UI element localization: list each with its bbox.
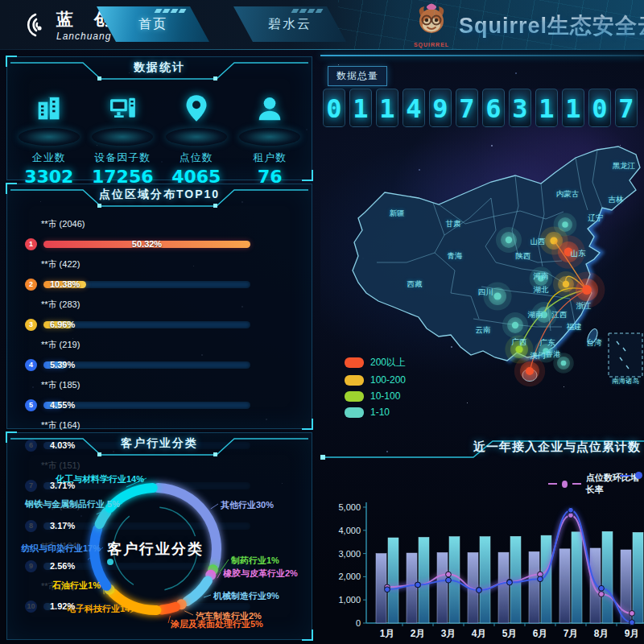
lanchuang-logo-icon [19, 10, 48, 39]
mascot-caption: SQUIRREL [409, 42, 454, 47]
heat-core [582, 285, 592, 295]
stat-label: 租户数 [235, 151, 304, 165]
bar-percent: 4.55% [50, 400, 75, 410]
app-title: Squirrel生态安全云平台 [459, 11, 644, 40]
x-tick-label: 3月 [441, 628, 456, 639]
bar-percent: 50.32% [132, 239, 162, 249]
top10-category: **市 (422) [19, 255, 300, 275]
legend-label: 1-10 [370, 407, 390, 418]
digit-cell: 1 [535, 89, 558, 127]
right-column: 数据总量 011497631107 黑龙江吉林辽宁 [320, 56, 644, 644]
line-dot [568, 507, 574, 513]
y-tick-label: 4,000 [338, 526, 361, 535]
tab-vents [292, 9, 322, 13]
top10-category: **市 (283) [19, 295, 300, 316]
province-label: 四川 [478, 287, 493, 296]
y-tick-label: 1,000 [338, 595, 361, 605]
map-legend-item[interactable]: 10-100 [345, 390, 406, 402]
tab-home-label: 首页 [138, 17, 167, 31]
province-label: 香港 [546, 349, 562, 358]
province-label: 内蒙古 [556, 189, 580, 198]
header: 蓝 创 Lanchuang 首页 碧水云 [0, 0, 644, 50]
heat-core [563, 281, 569, 287]
province-label: 云南 [476, 325, 491, 334]
heat-core [562, 221, 568, 228]
heat-core [506, 237, 512, 243]
province-label: 辽宁 [588, 213, 604, 222]
donut-center-label: 客户行业分类 [107, 539, 204, 559]
heat-core [561, 361, 567, 366]
bar-percent: 10.38% [50, 279, 80, 289]
top10-row: **市 (283) 3 6.96% [19, 295, 300, 336]
heat-point [483, 282, 511, 310]
rank-badge: 1 [25, 238, 37, 250]
map-legend: 200以上 100-200 10-100 1-10 [345, 356, 406, 423]
y-tick-label: 2,000 [338, 572, 361, 581]
right-column-topline [320, 55, 644, 56]
building-icon [33, 93, 65, 125]
province-label: 浙江 [576, 301, 592, 310]
bar-track: 10.38% [43, 281, 250, 288]
digit-cell: 4 [402, 89, 425, 127]
heat-point [502, 312, 528, 338]
icon-platform [92, 128, 153, 146]
digit-cell: 7 [615, 89, 638, 127]
rank-badge: 4 [25, 359, 37, 371]
heat-core [526, 367, 534, 375]
tab-bishuiyun[interactable]: 碧水云 [233, 6, 346, 42]
trend-chart: 01,0002,0003,0004,0005,0001月2月3月4月5月6月7月… [320, 433, 644, 644]
tab-vents [155, 9, 185, 13]
tab-home[interactable]: 首页 [97, 6, 209, 42]
bar-percent: 2.56% [50, 561, 75, 571]
province-label: 山西 [530, 237, 546, 246]
line-dot [599, 592, 605, 597]
bar-points [633, 532, 643, 623]
squirrel-icon [413, 3, 450, 39]
bar-percent: 3.71% [50, 481, 75, 490]
top10-row: **市 (422) 2 10.38% [19, 255, 300, 295]
stats-row: 企业数 3302 设备因子数 17256 [7, 83, 312, 187]
line-dot [507, 580, 513, 585]
digit-cell: 1 [376, 89, 398, 127]
province-label: 西藏 [407, 279, 423, 288]
line-dot [538, 576, 543, 582]
top10-category: **市 (185) [19, 376, 300, 396]
top10-panel-title: 点位区域分布TOP10 [7, 188, 312, 202]
province-label: 福建 [567, 322, 582, 331]
donut-segment [187, 580, 207, 601]
label-leader-line [220, 559, 229, 572]
top10-row: **市 (2046) 1 50.32% [19, 215, 300, 255]
digit-cell: 0 [323, 89, 345, 127]
heat-core [493, 292, 501, 299]
icon-platform [166, 128, 227, 146]
donut-segment [113, 592, 157, 610]
line-dot [477, 588, 482, 593]
legend-swatch [345, 407, 364, 418]
rank-badge: 5 [25, 399, 37, 411]
digit-cell: 1 [562, 89, 584, 127]
x-tick-label: 1月 [380, 628, 395, 639]
province-label: 澳门 [530, 351, 546, 360]
line-dot [568, 513, 574, 518]
bar-percent: 6.96% [50, 320, 75, 329]
province-label: 广东 [540, 338, 556, 347]
bar-track: 5.39% [43, 361, 250, 369]
map-legend-item[interactable]: 1-10 [345, 407, 406, 418]
province-label: 南海诸岛 [612, 377, 639, 385]
stat-device-factors: 设备因子数 17256 [88, 89, 157, 187]
province-label: 陕西 [516, 251, 531, 260]
stat-label: 企业数 [14, 151, 84, 165]
x-tick-label: 5月 [502, 628, 518, 639]
heat-point [496, 227, 522, 253]
map-legend-item[interactable]: 100-200 [345, 374, 406, 386]
rank-badge: 3 [25, 319, 37, 331]
icon-platform [19, 128, 80, 146]
trend-panel: 近一年接入企业与点位累计数 点位数环比增长率 [320, 433, 644, 644]
digit-cell: 0 [588, 89, 611, 127]
data-total-digits: 011497631107 [323, 89, 638, 127]
stats-panel-title: 数据统计 [7, 60, 312, 75]
heat-core [515, 345, 522, 353]
bar-percent: 4.03% [50, 440, 75, 450]
bar-points [602, 531, 613, 623]
map-legend-item[interactable]: 200以上 [345, 356, 406, 369]
